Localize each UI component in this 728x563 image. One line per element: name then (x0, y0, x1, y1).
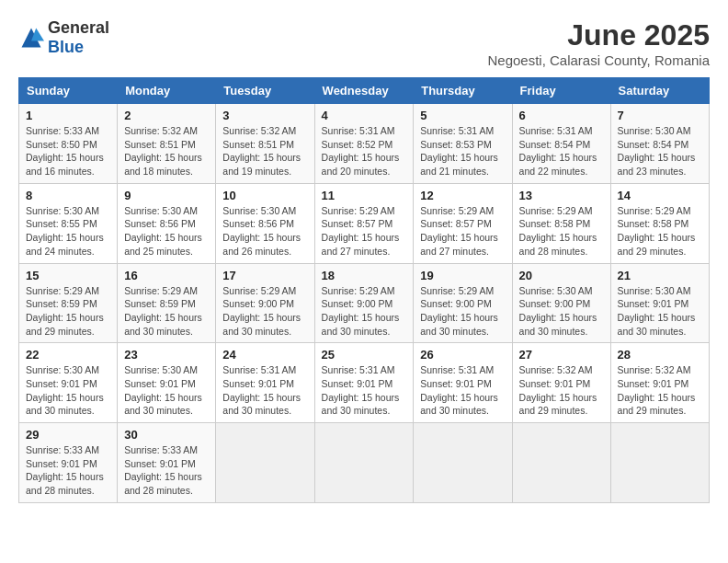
logo: General Blue (18, 18, 109, 57)
day-info: Sunrise: 5:33 AMSunset: 8:50 PMDaylight:… (26, 124, 110, 178)
title-area: June 2025 Negoesti, Calarasi County, Rom… (487, 18, 710, 68)
day-number: 11 (322, 189, 407, 202)
col-friday: Friday (512, 78, 610, 104)
day-number: 10 (222, 189, 307, 202)
day-info: Sunrise: 5:29 AMSunset: 8:57 PMDaylight:… (322, 204, 407, 259)
calendar-cell (610, 423, 709, 503)
calendar-cell: 23Sunrise: 5:30 AMSunset: 9:01 PMDayligh… (118, 343, 216, 423)
day-info: Sunrise: 5:30 AMSunset: 9:00 PMDaylight:… (519, 284, 604, 339)
calendar-cell: 5Sunrise: 5:31 AMSunset: 8:53 PMDaylight… (414, 104, 512, 184)
day-info: Sunrise: 5:31 AMSunset: 9:01 PMDaylight:… (322, 363, 407, 418)
calendar-cell: 14Sunrise: 5:29 AMSunset: 8:58 PMDayligh… (610, 183, 709, 263)
calendar-cell: 11Sunrise: 5:29 AMSunset: 8:57 PMDayligh… (314, 183, 414, 263)
calendar-cell (414, 423, 512, 503)
day-info: Sunrise: 5:29 AMSunset: 8:59 PMDaylight:… (124, 284, 209, 339)
calendar-cell: 28Sunrise: 5:32 AMSunset: 9:01 PMDayligh… (610, 343, 709, 423)
day-number: 1 (26, 109, 110, 122)
day-number: 18 (322, 269, 407, 282)
col-monday: Monday (118, 78, 216, 104)
day-number: 13 (519, 189, 604, 202)
calendar-cell: 13Sunrise: 5:29 AMSunset: 8:58 PMDayligh… (512, 183, 610, 263)
day-number: 20 (519, 269, 604, 282)
day-info: Sunrise: 5:29 AMSunset: 8:58 PMDaylight:… (519, 204, 604, 259)
day-info: Sunrise: 5:33 AMSunset: 9:01 PMDaylight:… (26, 443, 110, 498)
day-number: 16 (124, 269, 209, 282)
page-header: General Blue June 2025 Negoesti, Calaras… (18, 18, 710, 68)
day-number: 23 (124, 348, 209, 362)
calendar-cell: 10Sunrise: 5:30 AMSunset: 8:56 PMDayligh… (216, 183, 314, 263)
calendar-cell: 12Sunrise: 5:29 AMSunset: 8:57 PMDayligh… (414, 183, 512, 263)
day-number: 29 (26, 428, 110, 442)
day-info: Sunrise: 5:31 AMSunset: 8:52 PMDaylight:… (322, 124, 407, 178)
col-wednesday: Wednesday (314, 78, 414, 104)
day-info: Sunrise: 5:29 AMSunset: 8:59 PMDaylight:… (26, 284, 110, 339)
day-number: 22 (26, 348, 110, 362)
day-info: Sunrise: 5:29 AMSunset: 8:57 PMDaylight:… (420, 204, 505, 259)
day-info: Sunrise: 5:31 AMSunset: 8:54 PMDaylight:… (519, 124, 604, 178)
main-title: June 2025 (487, 18, 710, 52)
day-info: Sunrise: 5:30 AMSunset: 8:56 PMDaylight:… (222, 204, 307, 259)
calendar-cell: 24Sunrise: 5:31 AMSunset: 9:01 PMDayligh… (216, 343, 314, 423)
day-info: Sunrise: 5:30 AMSunset: 9:01 PMDaylight:… (124, 363, 209, 418)
calendar-cell (314, 423, 414, 503)
logo-brand: General Blue (18, 18, 109, 57)
day-number: 5 (420, 109, 505, 122)
week-row-5: 29Sunrise: 5:33 AMSunset: 9:01 PMDayligh… (19, 423, 710, 503)
day-number: 17 (222, 269, 307, 282)
calendar-cell: 15Sunrise: 5:29 AMSunset: 8:59 PMDayligh… (19, 263, 118, 343)
calendar-cell: 6Sunrise: 5:31 AMSunset: 8:54 PMDaylight… (512, 104, 610, 184)
day-number: 19 (420, 269, 505, 282)
calendar-cell: 21Sunrise: 5:30 AMSunset: 9:01 PMDayligh… (610, 263, 709, 343)
day-info: Sunrise: 5:29 AMSunset: 9:00 PMDaylight:… (322, 284, 407, 339)
day-info: Sunrise: 5:30 AMSunset: 8:55 PMDaylight:… (26, 204, 110, 259)
day-number: 26 (420, 348, 505, 362)
header-row: Sunday Monday Tuesday Wednesday Thursday… (19, 78, 710, 104)
day-number: 25 (322, 348, 407, 362)
logo-icon (18, 25, 44, 51)
calendar-cell: 4Sunrise: 5:31 AMSunset: 8:52 PMDaylight… (314, 104, 414, 184)
day-info: Sunrise: 5:29 AMSunset: 9:00 PMDaylight:… (420, 284, 505, 339)
col-sunday: Sunday (19, 78, 118, 104)
week-row-3: 15Sunrise: 5:29 AMSunset: 8:59 PMDayligh… (19, 263, 710, 343)
day-info: Sunrise: 5:32 AMSunset: 9:01 PMDaylight:… (618, 363, 702, 418)
day-number: 14 (618, 189, 702, 202)
calendar-cell: 18Sunrise: 5:29 AMSunset: 9:00 PMDayligh… (314, 263, 414, 343)
day-number: 9 (124, 189, 209, 202)
calendar-cell: 3Sunrise: 5:32 AMSunset: 8:51 PMDaylight… (216, 104, 314, 184)
calendar-cell: 9Sunrise: 5:30 AMSunset: 8:56 PMDaylight… (118, 183, 216, 263)
day-number: 6 (519, 109, 604, 122)
day-info: Sunrise: 5:30 AMSunset: 9:01 PMDaylight:… (618, 284, 702, 339)
day-number: 24 (222, 348, 307, 362)
day-number: 12 (420, 189, 505, 202)
calendar-cell: 1Sunrise: 5:33 AMSunset: 8:50 PMDaylight… (19, 104, 118, 184)
col-tuesday: Tuesday (216, 78, 314, 104)
calendar-cell: 27Sunrise: 5:32 AMSunset: 9:01 PMDayligh… (512, 343, 610, 423)
calendar-cell: 20Sunrise: 5:30 AMSunset: 9:00 PMDayligh… (512, 263, 610, 343)
calendar-cell: 19Sunrise: 5:29 AMSunset: 9:00 PMDayligh… (414, 263, 512, 343)
week-row-1: 1Sunrise: 5:33 AMSunset: 8:50 PMDaylight… (19, 104, 710, 184)
calendar-cell: 25Sunrise: 5:31 AMSunset: 9:01 PMDayligh… (314, 343, 414, 423)
day-number: 27 (519, 348, 604, 362)
day-info: Sunrise: 5:30 AMSunset: 8:56 PMDaylight:… (124, 204, 209, 259)
calendar-cell: 30Sunrise: 5:33 AMSunset: 9:01 PMDayligh… (118, 423, 216, 503)
day-info: Sunrise: 5:32 AMSunset: 9:01 PMDaylight:… (519, 363, 604, 418)
day-number: 21 (618, 269, 702, 282)
calendar-cell: 29Sunrise: 5:33 AMSunset: 9:01 PMDayligh… (19, 423, 118, 503)
day-number: 7 (618, 109, 702, 122)
calendar-cell: 16Sunrise: 5:29 AMSunset: 8:59 PMDayligh… (118, 263, 216, 343)
day-info: Sunrise: 5:30 AMSunset: 8:54 PMDaylight:… (618, 124, 702, 178)
day-number: 3 (222, 109, 307, 122)
calendar-cell: 26Sunrise: 5:31 AMSunset: 9:01 PMDayligh… (414, 343, 512, 423)
day-number: 30 (124, 428, 209, 442)
calendar-table: Sunday Monday Tuesday Wednesday Thursday… (18, 77, 710, 503)
calendar-body: 1Sunrise: 5:33 AMSunset: 8:50 PMDaylight… (19, 104, 710, 503)
day-info: Sunrise: 5:30 AMSunset: 9:01 PMDaylight:… (26, 363, 110, 418)
col-thursday: Thursday (414, 78, 512, 104)
day-number: 28 (618, 348, 702, 362)
calendar-cell: 8Sunrise: 5:30 AMSunset: 8:55 PMDaylight… (19, 183, 118, 263)
subtitle: Negoesti, Calarasi County, Romania (487, 52, 710, 68)
calendar-cell (216, 423, 314, 503)
week-row-2: 8Sunrise: 5:30 AMSunset: 8:55 PMDaylight… (19, 183, 710, 263)
logo-blue: Blue (48, 38, 84, 56)
calendar-cell: 22Sunrise: 5:30 AMSunset: 9:01 PMDayligh… (19, 343, 118, 423)
